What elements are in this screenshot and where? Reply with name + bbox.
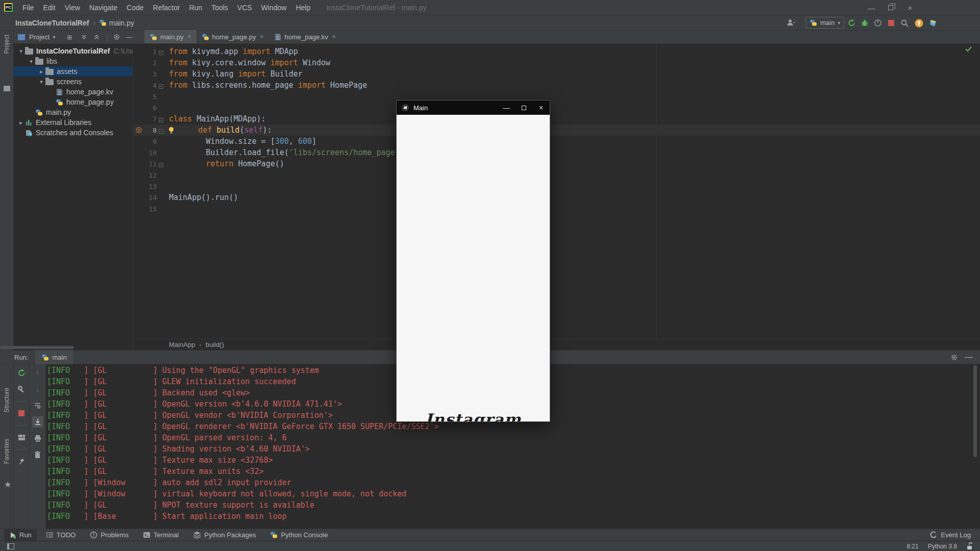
hide-panel-icon[interactable]: — (965, 353, 973, 362)
menu-navigate[interactable]: Navigate (85, 0, 122, 15)
locate-file-icon[interactable]: ⊕ (67, 33, 73, 41)
tree-item-home-page-py[interactable]: home_page.py (14, 97, 133, 107)
toolwindow-run[interactable]: Run (4, 529, 37, 541)
tree-item-scratches-and-consoles[interactable]: Scratches and Consoles (14, 128, 133, 138)
unlocked-icon[interactable] (966, 542, 973, 550)
tree-item-assets[interactable]: ▸assets (14, 66, 133, 77)
fold-marker[interactable]: − (159, 129, 163, 134)
toolwindow-python-packages[interactable]: Python Packages (188, 529, 261, 541)
menu-tools[interactable]: Tools (207, 0, 233, 15)
run-button[interactable] (845, 17, 857, 29)
scroll-to-end-icon[interactable] (32, 416, 43, 428)
chevron-down-icon[interactable]: ▾ (37, 79, 45, 85)
menu-run[interactable]: Run (184, 0, 207, 15)
code-line-15[interactable]: 15 (133, 203, 980, 214)
minimize-button[interactable]: — (863, 0, 880, 15)
intention-bulb-icon[interactable] (168, 127, 175, 134)
code-line-14[interactable]: 14MainApp().run() (133, 192, 980, 203)
toolwindow-problems[interactable]: Problems (85, 529, 134, 541)
update-notification-icon[interactable] (913, 17, 925, 29)
code-editor[interactable]: 1−from kivymd.app import MDApp2from kivy… (133, 44, 980, 339)
breadcrumb-project[interactable]: InstaCloneTutorialRef (15, 19, 89, 27)
close-tab-icon[interactable]: × (260, 33, 264, 40)
breadcrumb-file[interactable]: main.py (109, 19, 134, 27)
toolwindow-terminal[interactable]: Terminal (138, 529, 184, 541)
gear-icon[interactable] (951, 354, 958, 361)
project-scrollbar[interactable] (0, 346, 74, 349)
tree-item-home-page-kv[interactable]: home_page.kv (14, 87, 133, 97)
breadcrumb-method[interactable]: build() (206, 341, 224, 348)
tree-item-instaclonetutorialref[interactable]: ▾InstaCloneTutorialRefC:\Users\tech (14, 46, 133, 56)
status-interpreter[interactable]: Python 3.8 (928, 543, 957, 550)
pin-tab-icon[interactable] (16, 456, 27, 467)
code-line-1[interactable]: 1−from kivymd.app import MDApp (133, 46, 980, 57)
print-icon[interactable] (32, 433, 43, 444)
menu-help[interactable]: Help (291, 0, 315, 15)
toolwindow-python-console[interactable]: Python Console (265, 529, 333, 541)
menu-code[interactable]: Code (122, 0, 148, 15)
debug-button[interactable] (859, 17, 871, 29)
kivy-app-window[interactable]: Main — × Instagram (396, 100, 550, 422)
chevron-down-icon[interactable]: ▾ (27, 58, 35, 65)
tree-item-libs[interactable]: ▾libs (14, 56, 133, 66)
hide-panel-icon[interactable]: — (126, 33, 133, 41)
run-config-selector[interactable]: main ▾ (805, 17, 844, 29)
code-line-5[interactable]: 5 (133, 91, 980, 102)
kivy-minimize-button[interactable]: — (498, 101, 515, 115)
close-button[interactable]: × (901, 0, 919, 15)
tree-item-screens[interactable]: ▾screens (14, 77, 133, 87)
code-line-6[interactable]: 6 (133, 102, 980, 113)
stripe-structure-button[interactable]: Structure (3, 388, 10, 413)
code-line-8[interactable]: 8− def build(self): (133, 124, 980, 136)
down-stack-trace-icon[interactable]: ↓ (32, 384, 43, 395)
close-tab-icon[interactable]: × (332, 33, 336, 40)
editor-tab-main-py[interactable]: main.py × (144, 30, 197, 43)
collapse-all-icon[interactable] (93, 34, 100, 40)
profile-button[interactable] (872, 17, 884, 29)
code-line-4[interactable]: 4−from libs.screens.home_page import Hom… (133, 80, 980, 91)
fold-marker[interactable]: − (159, 163, 163, 167)
gear-icon[interactable] (113, 34, 120, 40)
run-tab-main[interactable]: main (35, 350, 72, 364)
breadcrumb-class[interactable]: MainApp (169, 341, 195, 348)
kivy-close-button[interactable]: × (532, 101, 550, 115)
stop-icon[interactable] (16, 408, 27, 419)
code-line-2[interactable]: 2from kivy.core.window import Window (133, 57, 980, 68)
menu-view[interactable]: View (60, 0, 85, 15)
event-log-button[interactable]: Event Log (929, 529, 971, 541)
menu-window[interactable]: Window (257, 0, 291, 15)
chevron-down-icon[interactable]: ▾ (17, 48, 25, 55)
tree-item-main-py[interactable]: main.py (14, 107, 133, 117)
settings-wrench-icon[interactable] (16, 384, 27, 395)
code-line-11[interactable]: 11− return HomePage() (133, 158, 980, 169)
soft-wrap-icon[interactable] (32, 400, 43, 411)
editor-tab-home-page-kv[interactable]: home_page.kv × (269, 30, 341, 43)
up-stack-trace-icon[interactable]: ↑ (32, 367, 43, 379)
kivy-app-content[interactable]: Instagram (397, 115, 550, 421)
inspections-ok-icon[interactable] (965, 46, 972, 52)
fold-marker[interactable]: − (159, 51, 163, 55)
user-account-icon[interactable] (786, 18, 795, 27)
search-everywhere-icon[interactable] (898, 17, 911, 29)
star-icon[interactable]: ★ (4, 480, 11, 489)
stripe-project-button[interactable]: Project (3, 35, 10, 54)
clear-all-icon[interactable] (32, 449, 43, 460)
menu-vcs[interactable]: VCS (233, 0, 257, 15)
code-line-12[interactable]: 12 (133, 169, 980, 181)
chevron-right-icon[interactable]: ▸ (37, 68, 45, 75)
rerun-icon[interactable] (16, 367, 27, 379)
tree-item-external-libraries[interactable]: ▸ External Libraries (14, 117, 133, 128)
expand-all-icon[interactable] (81, 34, 87, 40)
project-panel-title[interactable]: Project (29, 33, 50, 41)
override-marker-icon[interactable] (136, 127, 142, 133)
code-line-7[interactable]: 7−class MainApp(MDApp): (133, 113, 980, 124)
tool-window-switcher-icon[interactable] (7, 543, 14, 549)
chevron-right-icon[interactable]: ▸ (17, 119, 25, 126)
code-line-10[interactable]: 10 Builder.load_file('libs/screens/home_… (133, 147, 980, 158)
folder-icon[interactable] (4, 86, 10, 91)
menu-refactor[interactable]: Refactor (149, 0, 185, 15)
console-scrollbar[interactable] (973, 365, 977, 457)
kivy-title-bar[interactable]: Main — × (397, 101, 550, 115)
code-line-13[interactable]: 13 (133, 181, 980, 192)
stripe-favorites-button[interactable]: Favorites (3, 439, 10, 464)
